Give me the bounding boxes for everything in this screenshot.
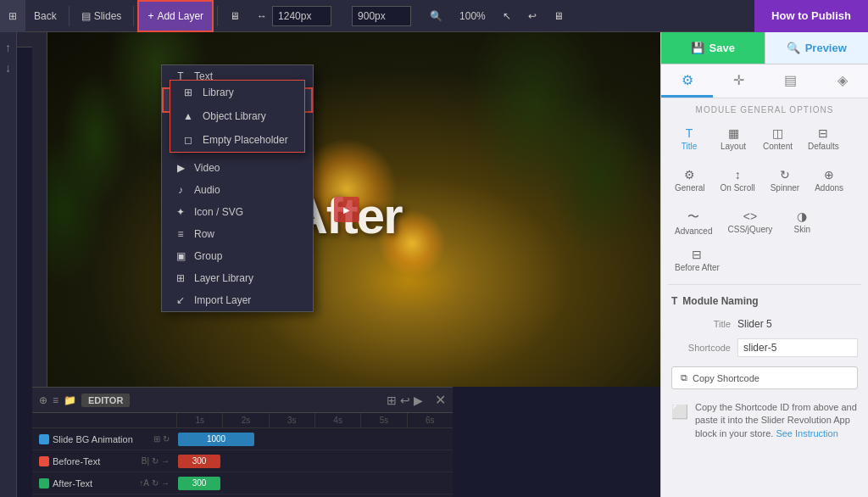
shortcode-field-row: Shortcode slider-5 [661, 334, 868, 361]
menu-item-icon-svg[interactable]: ✦ Icon / SVG [162, 201, 313, 223]
cursor-icon-btn[interactable]: ↖ [494, 0, 520, 32]
slides-button[interactable]: ▤ Slides [73, 0, 131, 32]
editor-badge: EDITOR [81, 394, 130, 407]
monitor-icon-btn[interactable]: 🖥 [221, 0, 248, 32]
display-icon-btn[interactable]: 🖥 [545, 0, 572, 32]
import-layer-label: Import Layer [194, 294, 251, 306]
undo-icon: ↩ [528, 10, 537, 22]
tab-layers[interactable]: ◈ [816, 64, 868, 98]
save-button[interactable]: 💾 Save [661, 32, 765, 64]
track-icon-grid[interactable]: ⊞ [153, 434, 160, 444]
track-before-text-bar-area: 300 [176, 450, 453, 472]
menu-item-row[interactable]: ≡ Row [162, 223, 313, 245]
opt-tab-layout[interactable]: ▦ Layout [712, 121, 754, 156]
tl-icon-3[interactable]: 📁 [64, 394, 76, 406]
opt-tab-css[interactable]: <> CSS/jQuery [721, 204, 779, 241]
copy-shortcode-button[interactable]: ⧉ Copy Shortcode [671, 366, 858, 389]
track-before-icon-2[interactable]: ↻ [152, 456, 159, 466]
track-after-text-bar-area: 300 [176, 472, 453, 494]
height-input-wrap[interactable] [342, 0, 421, 32]
width-input[interactable] [272, 6, 331, 26]
spinner-tab-label: Spinner [771, 183, 799, 193]
submenu-library[interactable]: ⊞ Library [170, 81, 304, 104]
before-after-icon: ⊟ [692, 248, 702, 261]
slides-label: Slides [94, 10, 122, 22]
tl-mark-6s: 6s [407, 413, 453, 428]
sep3 [217, 6, 218, 26]
track-icon-refresh[interactable]: ↻ [163, 434, 170, 444]
add-layer-button[interactable]: + Add Layer [137, 0, 214, 32]
menu-item-layer-library[interactable]: ⊞ Layer Library [162, 267, 313, 289]
opt-tab-general[interactable]: ⚙ General [668, 163, 712, 198]
layout-tab-label: Layout [721, 142, 746, 151]
submenu-object-library[interactable]: ▲ Object Library [170, 104, 304, 128]
opt-tab-title[interactable]: T Title [668, 121, 710, 156]
opt-tab-content[interactable]: ◫ Content [756, 121, 799, 156]
tab-settings[interactable]: ⚙ [661, 64, 713, 98]
width-input-wrap[interactable]: ↔ [248, 0, 342, 32]
tl-close-btn[interactable]: ✕ [435, 392, 446, 408]
opt-tab-skin[interactable]: ◑ Skin [781, 204, 823, 241]
advanced-tab-label: Advanced [675, 226, 712, 236]
menu-item-audio[interactable]: ♪ Audio [162, 179, 313, 201]
tl-play-btn[interactable]: ▶ [414, 394, 423, 407]
slides-icon: ▤ [81, 10, 91, 22]
layers-icon: ◈ [837, 72, 848, 88]
track-before-text-bar[interactable]: 300 [178, 455, 220, 468]
see-instruction-link[interactable]: See Instruction [776, 428, 837, 438]
general-icon: ⚙ [684, 168, 695, 181]
canvas-area: After ▶ [32, 32, 660, 387]
track-slide-bg-icons: ⊞ ↻ [153, 434, 170, 444]
display-icon: 🖥 [554, 10, 564, 22]
track-before-icon-1[interactable]: B| [142, 456, 149, 466]
track-slide-bg-text: Slide BG Animation [53, 434, 133, 444]
preview-button[interactable]: 🔍 Preview [765, 32, 869, 64]
onscroll-tab-label: On Scroll [721, 183, 755, 193]
title-field-row: Title Slider 5 [661, 314, 868, 334]
track-after-icon-3[interactable]: → [161, 478, 170, 488]
before-after-tab-label: Before After [675, 263, 720, 272]
library-label: Library [203, 87, 234, 98]
zoom-icon-btn[interactable]: 🔍 [421, 0, 451, 32]
track-slide-bg-bar[interactable]: 1000 [178, 433, 254, 446]
main-area: ↑ ↓ 100 200 300 400 500 600 700 800 [0, 32, 868, 497]
undo-button[interactable]: ↩ [520, 0, 545, 32]
move-icon: ✛ [733, 72, 744, 88]
video-icon: ▶ [174, 162, 187, 174]
track-after-icon-1[interactable]: ↑A [139, 478, 149, 488]
track-after-icon-2[interactable]: ↻ [152, 478, 159, 488]
menu-item-video[interactable]: ▶ Video [162, 157, 313, 179]
preview-label: Preview [805, 42, 847, 54]
save-icon: 💾 [691, 42, 704, 54]
opt-tab-defaults[interactable]: ⊟ Defaults [801, 121, 846, 156]
menu-item-import-layer[interactable]: ↙ Import Layer [162, 289, 313, 311]
track-before-icon-3[interactable]: → [161, 456, 170, 466]
opt-tab-advanced[interactable]: 〜 Advanced [668, 204, 719, 241]
opt-tab-onscroll[interactable]: ↕ On Scroll [714, 163, 762, 198]
onscroll-icon: ↕ [735, 168, 741, 181]
opt-tab-addons[interactable]: ⊕ Addons [808, 163, 850, 198]
addons-icon: ⊕ [824, 168, 834, 181]
track-before-text-text: Before-Text [53, 456, 100, 466]
play-button[interactable]: ▶ [334, 197, 359, 222]
advanced-icon: 〜 [687, 209, 699, 225]
opt-tab-spinner[interactable]: ↻ Spinner [764, 163, 806, 198]
height-input[interactable] [352, 6, 411, 26]
opt-tab-before-after[interactable]: ⊟ Before After [668, 243, 726, 277]
tab-slides[interactable]: ▤ [765, 64, 816, 98]
tl-icon-1[interactable]: ⊕ [39, 394, 47, 406]
tab-move[interactable]: ✛ [713, 64, 765, 98]
cursor-icon: ↖ [503, 10, 511, 22]
track-after-text-bar[interactable]: 300 [178, 477, 220, 490]
tl-prev-btn[interactable]: ↩ [400, 394, 410, 407]
settings-icon: ⚙ [682, 72, 693, 88]
submenu-empty-placeholder[interactable]: ◻ Empty Placeholder [170, 128, 304, 152]
menu-item-group[interactable]: ▣ Group [162, 245, 313, 267]
tl-icon-2[interactable]: ≡ [53, 394, 58, 406]
sidebar-icon-1[interactable]: ↑ [5, 41, 11, 54]
sidebar-icon-2[interactable]: ↓ [5, 61, 11, 75]
bottom-timeline: ⊕ ≡ 📁 EDITOR ⊞ ↩ ▶ ✕ 1s 2s 3s 4s 5s 6s [32, 387, 453, 497]
back-button[interactable]: Back [25, 0, 65, 32]
grid-icon-btn[interactable]: ⊞ [0, 0, 25, 32]
tl-grid-btn[interactable]: ⊞ [387, 394, 397, 407]
